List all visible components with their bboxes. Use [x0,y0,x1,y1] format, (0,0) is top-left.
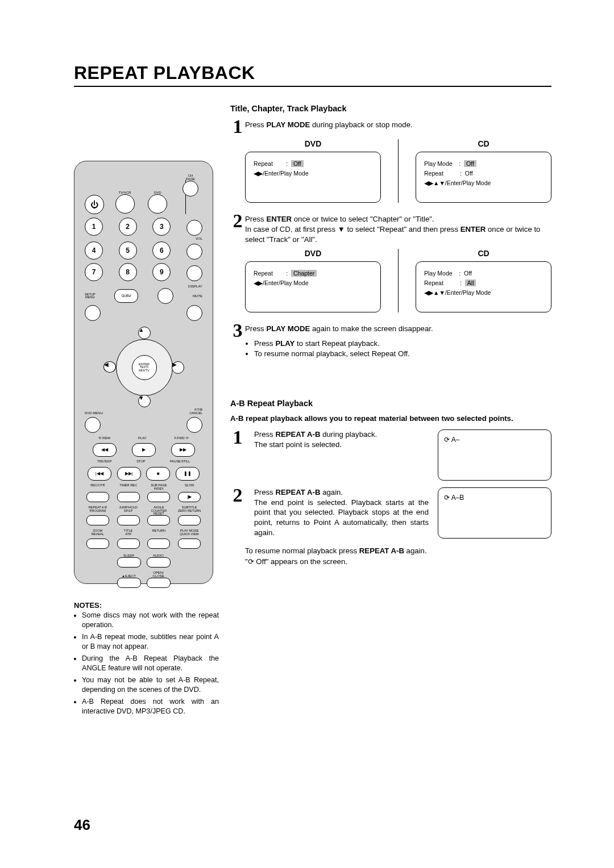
remote-lbl-vol: VOL [85,237,202,240]
remote-num-7: 7 [85,263,103,281]
remote-lbl-r2-1: TITLE ATR [115,529,142,539]
title-rule [74,86,551,87]
note-item: During the A-B Repeat Playback the ANGLE… [82,654,219,673]
repeat-icon: ⟳ A– [444,436,459,444]
remote-lbl-play: PLAY [138,436,147,440]
remote-lbl-timer: TIMER REC [115,484,142,492]
remote-lbl-ffwd: F.FWD ⟳ [175,436,189,440]
remote-num-9: 9 [152,263,171,281]
remote-lbl-audio: AUDIO [147,554,171,557]
note-item: A-B Repeat does not work with an interac… [82,697,219,716]
remote-num-3: 3 [152,218,171,236]
step-text: Press ENTER once or twice to select "Cha… [245,213,551,244]
osd-screen-dvd-2: Repeat : Chapter ◀▶/Enter/Play Mode [245,261,381,312]
remote-lbl-r1-2: ANGLE COUNTER RESET [146,506,172,515]
remote-enter: ENTER TEXT/ MIX/TV [132,355,157,380]
screen-label-dvd: DVD [245,139,381,148]
step-text: Press REPEAT A-B again. The end point is… [254,487,429,538]
remote-num-1: 1 [85,218,103,236]
remote-lbl-ch: CH PAGE [179,174,202,181]
section-heading-2: A-B Repeat Playback [230,399,551,408]
remote-lbl-sleep: SLEEP [117,554,141,557]
remote-lbl-mute: MUTE [193,294,202,298]
step-number: 1 [230,429,245,445]
remote-lbl-rec: REC/OTR [85,484,111,492]
screen-label-cd: CD [416,139,551,148]
section-intro: A-B repeat playback allows you to repeat… [230,414,551,424]
remote-lbl-pause: PAUSE/STILL [170,460,190,464]
step-number: 1 [230,119,245,135]
remote-illustration: ⏻ TV/VCR DVD CH PAGE 1 2 3 VOL 4 5 6 [74,161,213,584]
remote-num-4: 4 [85,241,103,260]
resume-text: To resume normal playback press REPEAT A… [245,545,551,568]
remote-lbl-trk: TRK/SKIP [97,460,112,464]
osd-screen-ab-1: ⟳ A– [438,429,551,481]
step-text: Press PLAY MODE during playback or stop … [245,119,551,135]
remote-num-6: 6 [152,241,171,260]
repeat-icon: ⟳ A–B [444,494,464,502]
remote-lbl-rew: ⟲ REW [98,436,110,440]
osd-screen-dvd-1: Repeat : Off ◀▶/Enter/Play Mode [245,152,381,203]
section-heading-1: Title, Chapter, Track Playback [230,104,551,113]
remote-lbl-dvdmenu: DVD MENU [85,411,103,415]
remote-lbl-setup: SETUP MENU [85,293,96,299]
remote-lbl-r1-3: SUBTITLE ZERO RETURN [176,506,202,515]
remote-lbl-eject: ▲EJECT [117,574,141,578]
remote-num-5: 5 [119,241,137,260]
step-text: Press PLAY MODE again to make the screen… [245,323,551,358]
remote-lbl-r2-3: PLAY MODE QUICK VIEW [176,529,202,539]
remote-num-2: 2 [119,218,137,236]
step-number: 2 [230,487,245,503]
remote-0av: 0/AV [114,289,138,303]
remote-lbl-open: OPEN/ CLOSE [147,571,171,578]
note-item: Some discs may not work with the repeat … [82,611,219,630]
remote-num-8: 8 [119,263,137,281]
step-text: Press REPEAT A-B during playback. The st… [254,429,429,450]
page-title: REPEAT PLAYBACK [74,62,551,84]
page-number: 46 [74,816,90,834]
screen-label-dvd: DVD [245,249,381,258]
remote-lbl-slow: SLOW [176,484,202,492]
remote-lbl-r1-0: REPEAT A-B PROGRAM [85,506,111,515]
remote-lbl-stop: STOP [136,460,145,464]
screen-label-cd: CD [416,249,551,258]
step-number: 3 [230,323,245,358]
osd-screen-cd-2: Play Mode : Off Repeat : All ◀▶▲▼/Enter/… [416,261,551,312]
osd-screen-cd-1: Play Mode : Off Repeat : Off ◀▶▲▼/Enter/… [416,152,551,203]
power-icon: ⏻ [85,195,104,214]
step-number: 2 [230,213,245,244]
notes-heading: NOTES: [74,601,219,610]
note-item: In A-B repeat mode, subtitles near point… [82,632,219,652]
note-item: You may not be able to set A-B Repeat, d… [82,675,219,695]
remote-lbl-ftb: F/T/B CANCEL [189,408,202,415]
remote-lbl-r2-0: ZOOM REVEAL [85,529,111,539]
osd-screen-ab-2: ⟳ A–B [438,487,551,539]
remote-lbl-r2-2: RETURN [146,529,172,539]
remote-lbl-sub: SUB.PAGE INDEX [146,484,172,492]
remote-lbl-r1-1: JUMP/HOLD SP/LP [115,506,142,515]
notes-list: Some discs may not work with the repeat … [74,611,219,716]
remote-dpad: ▲ ▼ ◀ ▶ ENTER TEXT/ MIX/TV [101,324,186,410]
